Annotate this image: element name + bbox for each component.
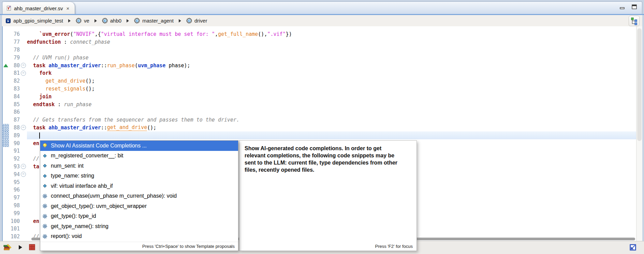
tab-ahb-master-driver[interactable]: ahb_master_driver.sv × — [3, 2, 75, 14]
code-line-80[interactable]: 80− task ahb_master_driver::run_phase(uv… — [3, 61, 636, 69]
code-text[interactable]: fork — [27, 69, 636, 77]
annotation-gutter — [3, 233, 9, 241]
code-text[interactable] — [27, 108, 636, 116]
code-text[interactable]: reset_signals(); — [27, 85, 636, 93]
toggle-breadcrumb-button[interactable] — [629, 16, 640, 26]
code-text[interactable] — [27, 46, 636, 54]
annotation-gutter — [3, 217, 9, 225]
code-line-76[interactable]: 76 `uvm_error("NOVIF",{"virtual interfac… — [3, 30, 636, 38]
code-line-89[interactable]: 89 — [3, 131, 636, 139]
minimize-icon[interactable] — [619, 5, 625, 10]
vertical-scrollbar[interactable] — [636, 26, 642, 241]
restore-view-button[interactable] — [629, 244, 636, 252]
svg-text:C: C — [188, 19, 190, 23]
line-number: 79 — [9, 55, 20, 61]
collapse-icon[interactable]: − — [21, 63, 26, 68]
breadcrumb-item-ve[interactable]: Cve — [76, 18, 89, 24]
code-line-78[interactable]: 78 — [3, 46, 636, 54]
ai-tooltip-text: Show AI-generated code completions. In o… — [239, 141, 416, 178]
annotation-gutter — [3, 116, 9, 124]
annotation-gutter — [3, 186, 9, 194]
fold-gutter: − — [20, 71, 27, 76]
line-number: 100 — [9, 218, 20, 224]
breadcrumb-item-label: driver — [194, 18, 207, 24]
breadcrumb-item-master_agent[interactable]: Cmaster_agent — [134, 18, 174, 24]
collapse-icon[interactable]: − — [21, 172, 26, 177]
code-text[interactable]: join — [27, 93, 636, 100]
annotation-gutter — [3, 77, 9, 85]
completion-item[interactable]: get_type_name(): string — [40, 221, 238, 231]
collapse-icon[interactable]: − — [21, 125, 26, 130]
completion-item[interactable]: m_registered_converter__: bit — [40, 151, 238, 161]
vertical-scrollbar-thumb[interactable] — [637, 28, 642, 141]
breadcrumb-item-ahb0[interactable]: Cahb0 — [102, 18, 121, 24]
completion-item[interactable]: get_type(): type_id — [40, 211, 238, 222]
completion-item[interactable]: report(): void — [40, 231, 238, 242]
code-line-79[interactable]: 79 // UVM run() phase — [3, 54, 636, 61]
sv-file-icon — [6, 5, 12, 11]
token-p — [27, 55, 33, 61]
breadcrumb-item-apb_gpio_simple_test[interactable]: apb_gpio_simple_test — [5, 18, 63, 24]
token-p: :: — [101, 62, 107, 69]
breadcrumb-item-driver[interactable]: Cdriver — [186, 18, 207, 24]
token-typ: ahb_master_driver — [48, 62, 101, 69]
code-text[interactable]: task ahb_master_driver::run_phase(uvm_ph… — [27, 61, 636, 69]
build-console-icon[interactable] — [3, 244, 12, 251]
token-str: "NOVIF" — [73, 31, 94, 37]
last-edit-arrow-icon — [3, 64, 8, 67]
code-line-84[interactable]: 84 join — [3, 93, 636, 100]
code-line-87[interactable]: 87 // Gets transfers from the sequencer … — [3, 116, 636, 124]
grid-icon[interactable] — [29, 244, 36, 251]
completion-item-label: vif: virtual interface ahb_if — [51, 183, 113, 189]
code-line-81[interactable]: 81− fork — [3, 69, 636, 77]
completion-item[interactable]: get_object_type(): uvm_object_wrapper — [40, 201, 238, 211]
completion-item[interactable]: type_name: string — [40, 171, 238, 181]
code-line-86[interactable]: 86 — [3, 108, 636, 116]
code-line-77[interactable]: 77endfunction : connect_phase — [3, 38, 636, 46]
line-number: 98 — [9, 202, 20, 209]
close-icon[interactable]: × — [66, 6, 69, 11]
token-p: ( — [135, 62, 138, 69]
line-number: 78 — [9, 47, 20, 53]
ai-tooltip-footer: Press 'F2' for focus — [375, 244, 413, 249]
code-text[interactable]: endtask : run_phase — [27, 100, 636, 108]
code-text[interactable]: get_and_drive(); — [27, 77, 636, 85]
maximize-icon[interactable] — [631, 4, 637, 10]
completion-item[interactable]: Show AI Assistant Code Completions ... — [40, 141, 238, 151]
line-number: 102 — [9, 234, 20, 240]
token-p: phase); — [165, 62, 190, 69]
code-text[interactable]: task ahb_master_driver::get_and_drive(); — [27, 124, 636, 132]
token-kw: en — [33, 140, 39, 146]
token-typ: uvm_phase — [138, 62, 165, 69]
code-line-88[interactable]: 88− task ahb_master_driver::get_and_driv… — [3, 124, 636, 132]
collapse-icon[interactable]: − — [21, 164, 26, 169]
token-p — [27, 62, 33, 69]
completion-item[interactable]: vif: virtual interface ahb_if — [40, 181, 238, 191]
code-line-85[interactable]: 85 endtask : run_phase — [3, 100, 636, 108]
svg-text:C: C — [77, 19, 80, 23]
run-icon[interactable] — [18, 245, 23, 250]
completion-item-label: Show AI Assistant Code Completions ... — [51, 143, 147, 149]
token-p — [45, 62, 48, 69]
editor-tab-bar: ahb_master_driver.sv × — [2, 1, 642, 14]
code-text[interactable] — [27, 131, 636, 139]
svg-text:C: C — [136, 19, 138, 23]
code-line-83[interactable]: 83 reset_signals(); — [3, 85, 636, 93]
token-p — [27, 125, 33, 131]
code-text[interactable]: // UVM run() phase — [27, 54, 636, 61]
completion-popup: Show AI Assistant Code Completions ...m_… — [40, 140, 238, 251]
completion-item-label: m_registered_converter__: bit — [51, 153, 123, 159]
line-number: 77 — [9, 39, 20, 45]
collapse-icon[interactable]: − — [21, 71, 26, 76]
completion-item[interactable]: num_sent: int — [40, 161, 238, 171]
code-text[interactable]: // Gets transfers from the sequencer and… — [27, 116, 636, 124]
tab-title: ahb_master_driver.sv — [14, 5, 63, 11]
annotation-gutter — [3, 108, 9, 116]
annotation-gutter — [3, 61, 9, 69]
code-text[interactable]: `uvm_error("NOVIF",{"virtual interface m… — [27, 30, 636, 38]
completion-item[interactable]: connect_phase(uvm_phase m_current_phase)… — [40, 191, 238, 201]
token-kw: endfunction — [27, 39, 61, 45]
code-line-82[interactable]: 82 get_and_drive(); — [3, 77, 636, 85]
code-text[interactable]: endfunction : connect_phase — [27, 38, 636, 46]
completion-item-label: connect_phase(uvm_phase m_current_phase)… — [51, 193, 177, 199]
